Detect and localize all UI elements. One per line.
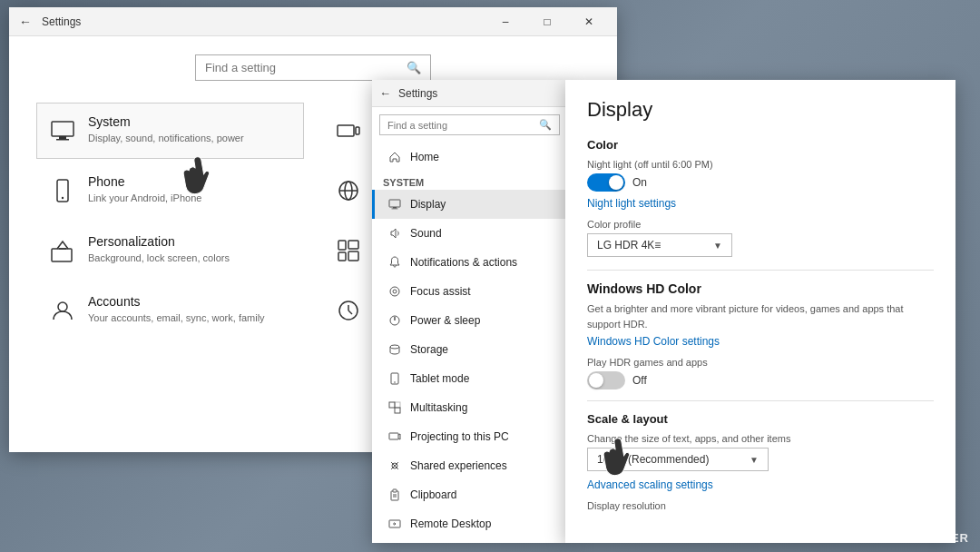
accounts-text: Accounts Your accounts, email, sync, wor… bbox=[88, 294, 265, 325]
color-profile-dropdown[interactable]: LG HDR 4K≡ ▼ bbox=[587, 233, 732, 257]
main-search-input[interactable] bbox=[205, 61, 407, 74]
sys-nav-clipboard-label: Clipboard bbox=[410, 488, 456, 501]
devices-icon bbox=[332, 114, 365, 147]
accounts-title: Accounts bbox=[88, 294, 265, 309]
sys-nav-storage[interactable]: Storage bbox=[372, 335, 567, 364]
settings-item-accounts[interactable]: Accounts Your accounts, email, sync, wor… bbox=[36, 282, 304, 339]
svg-rect-2 bbox=[56, 139, 69, 141]
sys-search-bar[interactable]: 🔍 bbox=[379, 114, 560, 135]
sys-nav-power[interactable]: Power & sleep bbox=[372, 306, 567, 335]
projecting-nav-icon bbox=[387, 429, 403, 445]
svg-rect-1 bbox=[59, 136, 66, 139]
sys-nav-focus[interactable]: Focus assist bbox=[372, 277, 567, 306]
focus-nav-icon bbox=[387, 283, 403, 300]
network-icon bbox=[332, 174, 365, 207]
svg-rect-21 bbox=[393, 207, 397, 209]
notifications-nav-icon bbox=[387, 254, 403, 271]
hdr-toggle[interactable] bbox=[587, 371, 625, 389]
main-window-title: Settings bbox=[42, 15, 485, 28]
title-bar-controls: – □ ✕ bbox=[485, 7, 610, 36]
svg-point-6 bbox=[62, 197, 64, 199]
night-light-toggle-row: On bbox=[587, 173, 934, 192]
svg-rect-10 bbox=[52, 249, 72, 261]
tablet-nav-icon bbox=[387, 370, 403, 387]
svg-point-26 bbox=[390, 345, 399, 349]
svg-rect-31 bbox=[395, 402, 400, 408]
main-back-button[interactable]: ← bbox=[16, 13, 34, 31]
night-light-toggle[interactable] bbox=[587, 173, 625, 192]
svg-rect-13 bbox=[338, 252, 346, 261]
power-nav-icon bbox=[387, 312, 403, 329]
system-text: System Display, sound, notifications, po… bbox=[88, 114, 244, 145]
settings-item-phone[interactable]: Phone Link your Android, iPhone bbox=[36, 163, 304, 219]
svg-rect-30 bbox=[395, 408, 400, 413]
svg-rect-3 bbox=[338, 125, 354, 136]
scale-dropdown[interactable]: 100% (Recommended) ▼ bbox=[587, 448, 769, 471]
svg-rect-37 bbox=[393, 489, 397, 492]
storage-nav-icon bbox=[387, 341, 403, 358]
phone-title: Phone bbox=[88, 174, 201, 189]
night-light-status: On bbox=[632, 176, 647, 189]
main-title-bar: ← Settings – □ ✕ bbox=[9, 7, 617, 36]
windows-hd-link[interactable]: Windows HD Color settings bbox=[587, 335, 934, 348]
sys-nav-remote[interactable]: Remote Desktop bbox=[372, 509, 567, 538]
night-light-label: Night light (off until 6:00 PM) bbox=[587, 159, 934, 170]
color-section-heading: Color bbox=[587, 138, 934, 152]
phone-icon bbox=[46, 174, 79, 207]
sys-search-icon: 🔍 bbox=[539, 119, 552, 131]
svg-rect-32 bbox=[389, 433, 398, 439]
sys-nav-tablet-label: Tablet mode bbox=[410, 372, 469, 385]
sys-nav-clipboard[interactable]: Clipboard bbox=[372, 480, 567, 509]
scale-arrow: ▼ bbox=[750, 455, 759, 465]
personalization-icon bbox=[46, 234, 79, 267]
display-settings-window: Display Color Night light (off until 6:0… bbox=[565, 80, 956, 543]
sys-nav-display[interactable]: Display bbox=[372, 190, 567, 219]
sys-nav-shared[interactable]: Shared experiences bbox=[372, 451, 567, 480]
night-light-settings-link[interactable]: Night light settings bbox=[587, 197, 934, 210]
main-search-bar[interactable]: 🔍 bbox=[195, 54, 431, 81]
toggle-knob bbox=[609, 175, 623, 190]
section-divider-2 bbox=[587, 400, 934, 401]
sys-nav-power-label: Power & sleep bbox=[410, 314, 480, 327]
maximize-button[interactable]: □ bbox=[526, 7, 568, 36]
display-nav-icon bbox=[387, 196, 403, 212]
advanced-scaling-link[interactable]: Advanced scaling settings bbox=[587, 478, 934, 491]
sys-nav-projecting[interactable]: Projecting to this PC bbox=[372, 422, 567, 451]
display-title: Display bbox=[587, 98, 934, 122]
sys-nav-multitasking-label: Multitasking bbox=[410, 401, 467, 414]
sys-search-input[interactable] bbox=[387, 120, 539, 131]
sys-nav-notifications[interactable]: Notifications & actions bbox=[372, 248, 567, 277]
personalization-text: Personalization Background, lock screen,… bbox=[88, 234, 230, 265]
sys-nav-sound[interactable]: Sound bbox=[372, 219, 567, 248]
svg-point-16 bbox=[58, 302, 67, 311]
minimize-button[interactable]: – bbox=[485, 7, 526, 36]
settings-item-personalization[interactable]: Personalization Background, lock screen,… bbox=[36, 222, 304, 279]
phone-text: Phone Link your Android, iPhone bbox=[88, 174, 201, 205]
svg-rect-15 bbox=[348, 251, 358, 261]
sys-nav-shared-label: Shared experiences bbox=[410, 459, 507, 472]
svg-line-19 bbox=[348, 310, 352, 314]
time-icon bbox=[332, 294, 365, 327]
svg-point-28 bbox=[394, 381, 396, 383]
sys-nav-tablet[interactable]: Tablet mode bbox=[372, 364, 567, 393]
settings-item-system[interactable]: System Display, sound, notifications, po… bbox=[36, 103, 304, 159]
hdr-status: Off bbox=[632, 374, 647, 387]
sys-back-button[interactable]: ← bbox=[379, 86, 391, 100]
phone-desc: Link your Android, iPhone bbox=[88, 192, 201, 203]
sound-nav-icon bbox=[387, 225, 403, 242]
svg-rect-0 bbox=[52, 122, 74, 136]
system-desc: Display, sound, notifications, power bbox=[88, 133, 244, 143]
svg-rect-4 bbox=[356, 127, 359, 134]
display-resolution-label: Display resolution bbox=[587, 500, 934, 511]
accounts-desc: Your accounts, email, sync, work, family bbox=[88, 312, 265, 323]
close-button[interactable]: ✕ bbox=[568, 7, 610, 36]
color-profile-arrow: ▼ bbox=[713, 241, 722, 251]
svg-rect-20 bbox=[389, 200, 400, 207]
accounts-icon bbox=[46, 294, 79, 327]
home-icon bbox=[387, 149, 403, 165]
system-settings-window: ← Settings 🔍 Home System Display Sound bbox=[372, 80, 567, 543]
sys-nav-home[interactable]: Home bbox=[372, 143, 567, 172]
sys-nav-multitasking[interactable]: Multitasking bbox=[372, 393, 567, 422]
color-profile-value: LG HDR 4K≡ bbox=[597, 239, 661, 251]
sys-nav-display-label: Display bbox=[410, 198, 446, 211]
